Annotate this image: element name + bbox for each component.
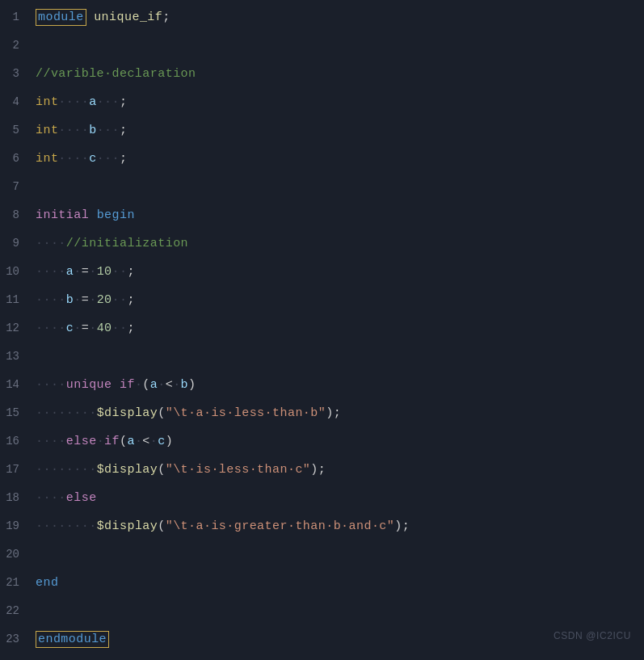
token-dots: ·· (112, 265, 128, 279)
token-kw-int-y: int (36, 95, 58, 109)
token-dots: ···· (58, 124, 89, 137)
token-var-name: c (66, 322, 74, 335)
token-string: "\t·is·less·than·c" (166, 463, 311, 477)
token-dots: · (74, 265, 81, 279)
code-line: 5int····b···; (0, 116, 644, 145)
line-number: 7 (0, 173, 29, 201)
token-operator: = (82, 265, 89, 279)
code-line: 21end (0, 569, 644, 597)
line-content (29, 343, 644, 371)
line-content: ····b·=·20··; (29, 286, 644, 314)
token-dots: · (74, 322, 81, 335)
token-kw-int-y: int (36, 152, 58, 166)
line-number: 10 (0, 258, 29, 286)
code-line: 19········$display("\t·a·is·greater·than… (0, 512, 644, 540)
line-number: 3 (0, 60, 29, 88)
code-line: 14····unique if·(a·<·b) (0, 371, 644, 399)
token-punct: ; (127, 265, 134, 279)
code-line: 9····//initialization (0, 229, 644, 258)
token-operator: < (166, 378, 173, 392)
token-kw-unique: unique (66, 378, 112, 392)
token-dots: ········ (36, 519, 97, 533)
line-content: int····b···; (29, 116, 644, 145)
token-dots: ···· (36, 322, 66, 335)
line-content: //varible·declaration (29, 60, 644, 88)
token-punct (86, 11, 94, 24)
line-number: 17 (0, 456, 29, 484)
token-kw-begin: begin (97, 208, 135, 222)
line-content: ········$display("\t·a·is·greater·than·b… (29, 512, 644, 540)
line-number: 9 (0, 229, 29, 258)
token-punct: ( (158, 406, 165, 420)
token-punct (89, 208, 96, 222)
line-number: 6 (0, 145, 29, 173)
token-dots: ···· (58, 95, 89, 109)
token-kw-end-box: endmodule (36, 631, 109, 648)
token-kw-int-y: int (36, 124, 58, 137)
code-line: 15········$display("\t·a·is·less·than·b"… (0, 399, 644, 427)
token-dots: · (74, 293, 81, 307)
token-kw-if: if (120, 378, 135, 392)
line-number: 15 (0, 399, 29, 427)
token-punct: ); (326, 406, 341, 420)
token-operator: = (82, 322, 89, 335)
token-dots: · (97, 435, 104, 448)
line-number: 4 (0, 88, 29, 116)
token-number: 20 (97, 293, 112, 307)
token-dots: · (135, 435, 142, 448)
token-dots: ···· (58, 152, 89, 166)
code-line: 20 (0, 540, 644, 569)
token-kw-box: module (36, 9, 86, 26)
code-line: 3//varible·declaration (0, 60, 644, 88)
line-number: 18 (0, 484, 29, 512)
line-number: 14 (0, 371, 29, 399)
token-func: $display (97, 463, 158, 477)
token-func: $display (97, 406, 158, 420)
line-content: ····c·=·40··; (29, 314, 644, 343)
line-number: 11 (0, 286, 29, 314)
token-dots: ········ (36, 463, 97, 477)
line-number: 19 (0, 512, 29, 540)
token-operator: < (142, 435, 149, 448)
token-var-name: b (181, 378, 188, 392)
token-var-name: a (89, 95, 96, 109)
watermark: CSDN @IC2ICU (554, 622, 631, 650)
token-dots: · (89, 322, 96, 335)
token-comment: //initialization (66, 237, 188, 250)
token-func: $display (97, 519, 158, 533)
line-number: 13 (0, 343, 29, 371)
code-line: 6int····c···; (0, 145, 644, 173)
token-punct: ; (162, 11, 170, 24)
token-punct: ); (394, 519, 410, 533)
line-content: int····a···; (29, 88, 644, 116)
token-dots: ··· (97, 95, 120, 109)
token-punct: ( (158, 463, 165, 477)
token-dots: ···· (36, 435, 66, 448)
token-kw-else: else (66, 435, 97, 448)
token-punct: ); (310, 463, 326, 477)
token-dots: · (158, 378, 165, 392)
token-kw-initial: initial (36, 208, 89, 222)
token-dots: · (135, 378, 142, 392)
token-dots: ·· (112, 322, 128, 335)
line-content: ········$display("\t·is·less·than·c"); (29, 456, 644, 484)
line-number: 23 (0, 625, 29, 654)
line-number: 2 (0, 32, 29, 60)
token-string: "\t·a·is·greater·than·b·and·c" (166, 519, 395, 533)
code-line: 1module unique_if; (0, 3, 644, 32)
token-punct: ) (188, 378, 196, 392)
code-line: 11····b·=·20··; (0, 286, 644, 314)
code-line: 8initial begin (0, 201, 644, 229)
token-punct (112, 378, 120, 392)
line-number: 5 (0, 116, 29, 145)
token-dots: ···· (36, 265, 66, 279)
code-line: 10····a·=·10··; (0, 258, 644, 286)
line-number: 1 (0, 3, 29, 32)
line-content: module unique_if; (29, 3, 644, 32)
token-var-name: a (66, 265, 74, 279)
code-line: 17········$display("\t·is·less·than·c"); (0, 456, 644, 484)
line-number: 21 (0, 569, 29, 597)
token-string: "\t·a·is·less·than·b" (166, 406, 326, 420)
line-number: 20 (0, 540, 29, 569)
token-var-name: c (158, 435, 165, 448)
